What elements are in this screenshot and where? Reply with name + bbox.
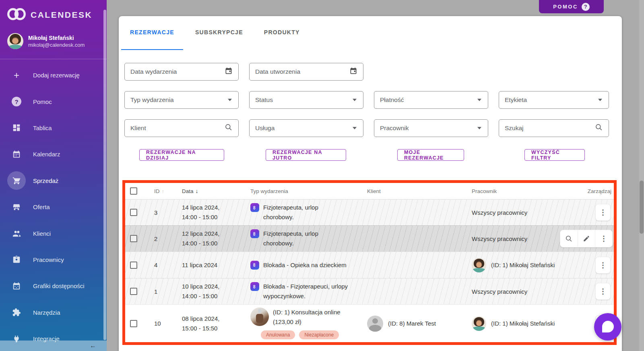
filter-client[interactable]: Klient (124, 119, 239, 137)
kebab-icon: ⋮ (599, 261, 607, 270)
help-button-label: POMOC (553, 4, 578, 10)
main-card: REZERWACJE SUBSKRYPCJE PRODUKTY Data wyd… (119, 16, 622, 351)
row-date: 14 lipca 2024,14:00 - 15:00 (178, 199, 246, 225)
sidebar-item-tablica[interactable]: Tablica (0, 115, 107, 141)
row-id: 2 (149, 226, 178, 251)
chat-widget-button[interactable] (594, 313, 621, 341)
filter-employee[interactable]: Pracownik (374, 119, 488, 137)
kebab-icon: ⋮ (599, 287, 607, 296)
event-type-icon: ∞ (250, 261, 259, 270)
filter-event-date[interactable]: Data wydarzenia (124, 63, 239, 81)
status-badges: Anulowana Niezapłacone (261, 330, 363, 339)
row-employee: Wszyscy pracownicy (467, 278, 560, 304)
row-menu-button[interactable]: ⋮ (595, 204, 611, 221)
table-row[interactable]: 2 12 lipca 2024,14:00 - 15:00 ∞ Fizjoter… (125, 225, 614, 251)
sidebar-item-pracownicy[interactable]: Pracownicy (0, 247, 107, 273)
employee-avatar (472, 316, 486, 331)
row-checkbox[interactable] (130, 235, 137, 242)
kebab-icon: ⋮ (600, 234, 607, 243)
edit-button[interactable] (578, 230, 595, 247)
row-id: 4 (149, 252, 178, 278)
table-row[interactable]: 1 10 lipca 2024,14:00 - 15:00 ∞ Blokada … (125, 278, 614, 304)
sidebar: CALENDESK Mikołaj Stefański mikolaj@cale… (0, 0, 107, 351)
sidebar-divider (0, 59, 107, 59)
filter-label[interactable]: Etykieta (499, 91, 609, 109)
calendar-icon (225, 67, 233, 77)
sidebar-item-narzedzia[interactable]: Narzędzia (0, 299, 107, 326)
row-menu-button[interactable]: ⋮ (595, 257, 611, 274)
select-all-checkbox[interactable] (130, 187, 137, 195)
sidebar-item-label: Sprzedaż (33, 177, 58, 184)
search-icon (225, 123, 233, 133)
sidebar-item-sprzedaz[interactable]: Sprzedaż (0, 168, 107, 194)
row-client (363, 252, 467, 278)
filter-created-date[interactable]: Data utworzenia (249, 63, 363, 81)
sidebar-item-label: Pomoc (33, 98, 52, 105)
row-checkbox[interactable] (130, 209, 137, 216)
help-icon: ? (7, 92, 26, 111)
filter-search[interactable]: Szukaj (499, 119, 609, 137)
row-client (363, 199, 467, 225)
sidebar-item-kalendarz[interactable]: Kalendarz (0, 141, 107, 167)
row-event-type: ∞ Fizjoterapeuta, urlopchorobowy. (246, 226, 363, 251)
calendar-icon (349, 67, 357, 77)
row-checkbox[interactable] (130, 262, 137, 269)
user-info[interactable]: Mikołaj Stefański mikolaj@calendesk.com (7, 33, 85, 49)
reservations-today-button[interactable]: REZERWACJE NA DZISIAJ (139, 149, 224, 161)
sidebar-item-label: Narzędzia (33, 309, 60, 316)
sidebar-collapse-bar[interactable]: ← (0, 341, 107, 351)
chevron-down-icon (353, 99, 357, 101)
sidebar-item-grafiki-dostepnosci[interactable]: Grafiki dostępności (0, 273, 107, 299)
sidebar-item-dodaj-rezerwacje[interactable]: + Dodaj rezerwację (0, 62, 107, 88)
preview-button[interactable] (560, 230, 578, 247)
brand: CALENDESK (7, 8, 92, 22)
row-client (363, 226, 467, 251)
row-employee: Wszyscy pracownicy (467, 226, 560, 251)
row-checkbox[interactable] (130, 320, 137, 327)
table-row[interactable]: 4 11 lipca 2024 ∞ Blokada - Opieka na dz… (125, 251, 614, 278)
sidebar-item-klienci[interactable]: Klienci (0, 220, 107, 246)
tab-produkty[interactable]: PRODUKTY (254, 16, 310, 44)
row-checkbox[interactable] (130, 288, 137, 295)
status-badge-cancelled: Anulowana (261, 330, 295, 339)
row-employee: (ID: 1) Mikołaj Stefański (467, 252, 560, 278)
row-client: (ID: 8) Marek Test (363, 305, 467, 342)
clear-filters-button[interactable]: WYCZYŚĆ FILTRY (524, 149, 585, 161)
table-row[interactable]: 3 14 lipca 2024,14:00 - 15:00 ∞ Fizjoter… (125, 199, 614, 225)
row-employee: (ID: 1) Mikołaj Stefański (467, 305, 560, 342)
row-menu-button[interactable]: ⋮ (595, 283, 611, 300)
help-button[interactable]: POMOC ? (539, 0, 604, 13)
table-row[interactable]: 10 08 lipca 2024,15:00 - 15:50 (ID: 1) K… (125, 304, 614, 342)
column-header-date[interactable]: Data↓ (178, 188, 246, 194)
sidebar-item-pomoc[interactable]: ? Pomoc (0, 88, 107, 114)
reservations-tomorrow-button[interactable]: REZERWACJE NA JUTRO (266, 149, 346, 161)
row-id: 3 (149, 199, 178, 225)
store-icon (7, 198, 26, 216)
search-icon (595, 123, 603, 133)
filter-status[interactable]: Status (249, 91, 363, 109)
page-scrollbar-thumb[interactable] (640, 181, 644, 234)
sidebar-item-oferta[interactable]: Oferta (0, 194, 107, 220)
filter-service[interactable]: Usługa (249, 119, 363, 137)
brand-name: CALENDESK (31, 10, 92, 20)
tab-subskrypcje[interactable]: SUBSKRYPCJE (185, 16, 254, 44)
row-date: 08 lipca 2024,15:00 - 15:50 (178, 305, 246, 342)
sidebar-item-label: Kalendarz (33, 151, 60, 158)
row-menu-button[interactable]: ⋮ (595, 230, 612, 247)
tab-rezerwacje[interactable]: REZERWACJE (120, 16, 185, 44)
filter-event-type[interactable]: Typ wydarzenia (124, 91, 239, 109)
row-id: 1 (149, 278, 178, 304)
filter-payment[interactable]: Płatność (374, 91, 488, 109)
column-header-manage: Zarządzaj (560, 188, 614, 194)
page-scrollbar[interactable] (639, 0, 644, 351)
row-event-type: ∞ Fizjoterapeuta, urlopchorobowy. (246, 199, 363, 225)
sidebar-item-label: Grafiki dostępności (33, 282, 85, 289)
my-reservations-button[interactable]: MOJE REZERWACJE (397, 149, 464, 161)
sidebar-scrollbar[interactable] (103, 10, 106, 340)
calendar-icon (7, 145, 26, 164)
help-question-icon: ? (582, 3, 590, 11)
chevron-down-icon (598, 99, 602, 101)
row-event-type: ∞ Blokada - Fizjoterapeuci, urlopywypocz… (246, 278, 363, 304)
column-header-id[interactable]: ID↑ (149, 188, 178, 194)
chevron-down-icon (353, 127, 357, 129)
